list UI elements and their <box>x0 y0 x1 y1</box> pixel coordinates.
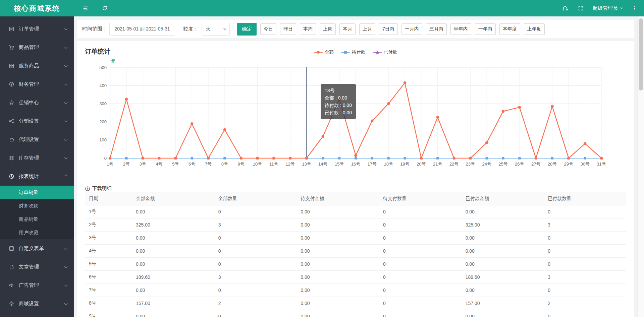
table-cell: 0.00 <box>462 284 544 297</box>
chevron-down-icon <box>64 156 68 159</box>
table-cell: 0 <box>379 310 462 317</box>
sidebar-item-orders[interactable]: 订单管理 <box>0 20 74 38</box>
quick-range-button[interactable]: 一年内 <box>475 23 496 35</box>
refresh-icon[interactable] <box>101 5 108 12</box>
legend-item[interactable]: 全部 <box>314 49 334 55</box>
sidebar-item-ads[interactable]: 广告管理 <box>0 276 74 295</box>
table-cell: 0.00 <box>462 310 544 317</box>
sidebar-item-order-sales[interactable]: 订单销量 <box>0 186 74 199</box>
legend-item[interactable]: 待付款 <box>341 49 366 55</box>
table-cell: 0.00 <box>297 271 379 284</box>
fullscreen-icon[interactable] <box>577 5 584 12</box>
table-cell: 2 <box>544 297 626 310</box>
svg-text:0: 0 <box>104 156 107 161</box>
svg-text:31号: 31号 <box>597 162 606 167</box>
table-cell: 3 <box>544 271 626 284</box>
granularity-select[interactable]: 天 <box>202 23 230 36</box>
svg-text:4号: 4号 <box>156 162 162 167</box>
quick-range-button[interactable]: 上年度 <box>524 23 545 35</box>
quick-range-button[interactable]: 7日内 <box>379 23 398 35</box>
quick-range-button[interactable]: 本年度 <box>499 23 520 35</box>
table-cell: 0 <box>379 284 462 297</box>
table-cell: 0.00 <box>462 245 544 258</box>
sidebar-item-finance[interactable]: 财务管理 <box>0 75 74 93</box>
chevron-down-icon <box>64 246 68 250</box>
sidebar-item-distribution[interactable]: 分销设置 <box>0 112 74 130</box>
svg-text:100: 100 <box>99 137 107 142</box>
quick-range-button[interactable]: 昨日 <box>280 23 296 35</box>
scrollbar[interactable] <box>637 16 644 317</box>
table-cell: 5号 <box>85 258 132 271</box>
svg-text:400: 400 <box>99 83 107 88</box>
table-row: 3号0.0000.0000.000 <box>85 232 626 245</box>
shop-settings-icon <box>9 301 14 307</box>
sidebar-item-articles[interactable]: 文章管理 <box>0 258 74 276</box>
sidebar-item-goods[interactable]: 商品管理 <box>0 38 74 57</box>
article-icon <box>9 264 14 270</box>
table-cell: 1号 <box>85 205 132 218</box>
chart-legend: 全部待付款已付款 <box>314 49 397 55</box>
table-cell: 3 <box>544 218 626 232</box>
chart-canvas: 0100200300400500元1号2号3号4号5号6号7号8号9号10号11… <box>85 59 626 171</box>
confirm-button[interactable]: 确定 <box>237 23 257 36</box>
sidebar-item-goods-sales[interactable]: 商品销量 <box>0 212 74 226</box>
download-detail-link[interactable]: 下载明细 <box>85 185 112 192</box>
chevron-up-icon <box>64 174 68 178</box>
sidebar-item-reports[interactable]: 报表统计 <box>0 167 74 186</box>
table-cell: 0.00 <box>462 232 544 245</box>
table-cell: 0.00 <box>132 232 214 245</box>
svg-text:20号: 20号 <box>417 162 426 167</box>
svg-text:19号: 19号 <box>400 162 409 167</box>
table-cell: 0 <box>379 258 462 271</box>
chevron-down-icon <box>64 82 68 85</box>
quick-range-button[interactable]: 本月 <box>339 23 356 35</box>
svg-text:16号: 16号 <box>351 162 360 167</box>
table-cell: 189.60 <box>462 271 544 284</box>
svg-text:9号: 9号 <box>238 162 245 167</box>
service-headset-icon[interactable] <box>562 5 569 12</box>
quick-range-button[interactable]: 半年内 <box>450 23 471 35</box>
user-name: 超级管理员 <box>593 5 618 11</box>
table-cell: 0.00 <box>132 205 214 218</box>
sidebar-item-promotion[interactable]: 促销中心 <box>0 93 74 112</box>
table-cell: 0.00 <box>297 297 379 310</box>
collapse-menu-icon[interactable] <box>83 5 89 12</box>
quick-range-button[interactable]: 上周 <box>320 23 336 35</box>
table-header-cell: 日期 <box>85 192 132 205</box>
table-row: 7号0.0000.0000.000 <box>85 284 626 297</box>
quick-range-button[interactable]: 上月 <box>359 23 375 35</box>
table-cell: 0.00 <box>132 245 214 258</box>
sidebar-item-agent[interactable]: 代理设置 <box>0 130 74 149</box>
user-menu[interactable]: 超级管理员 <box>593 5 623 11</box>
svg-text:24号: 24号 <box>482 162 491 167</box>
svg-text:18号: 18号 <box>384 162 393 167</box>
table-row: 2号325.0030.000325.003 <box>85 218 626 232</box>
sidebar-item-inventory[interactable]: 库存管理 <box>0 149 74 167</box>
order-stats-chart[interactable]: 0100200300400500元1号2号3号4号5号6号7号8号9号10号11… <box>85 59 626 171</box>
sidebar-item-shop-settings[interactable]: 商城设置 <box>0 295 74 313</box>
table-cell: 7号 <box>85 284 132 297</box>
promotion-icon <box>9 100 14 106</box>
quick-range-button[interactable]: 今日 <box>260 23 276 35</box>
svg-text:29号: 29号 <box>564 162 573 167</box>
goods-icon <box>9 45 14 50</box>
table-cell: 0.00 <box>462 258 544 271</box>
sidebar-item-finance-collection[interactable]: 财务收款 <box>0 199 74 212</box>
quick-range-button[interactable]: 一月内 <box>401 23 422 35</box>
svg-text:2号: 2号 <box>123 162 130 167</box>
quick-range-button[interactable]: 本周 <box>300 23 316 35</box>
scrollbar-thumb[interactable] <box>639 18 643 90</box>
more-options-icon[interactable] <box>631 5 638 12</box>
sidebar-item-custom-form[interactable]: 自定义表单 <box>0 239 74 258</box>
date-range-input[interactable] <box>109 23 175 36</box>
filter-bar: 时间范围： 粒度： 天 确定 今日昨日本周上周本月上月7日内一月内三月内半年内一… <box>77 20 634 38</box>
chevron-down-icon <box>620 6 623 9</box>
sidebar-item-service-goods[interactable]: 服务商品 <box>0 57 74 75</box>
legend-item[interactable]: 已付款 <box>373 49 397 55</box>
caret-down-icon <box>223 28 226 30</box>
quick-range-button[interactable]: 三月内 <box>426 23 447 35</box>
chevron-down-icon <box>64 137 68 141</box>
chevron-down-icon <box>64 119 68 122</box>
svg-text:500: 500 <box>99 65 107 70</box>
sidebar-item-user-favorites[interactable]: 用户收藏 <box>0 226 74 239</box>
